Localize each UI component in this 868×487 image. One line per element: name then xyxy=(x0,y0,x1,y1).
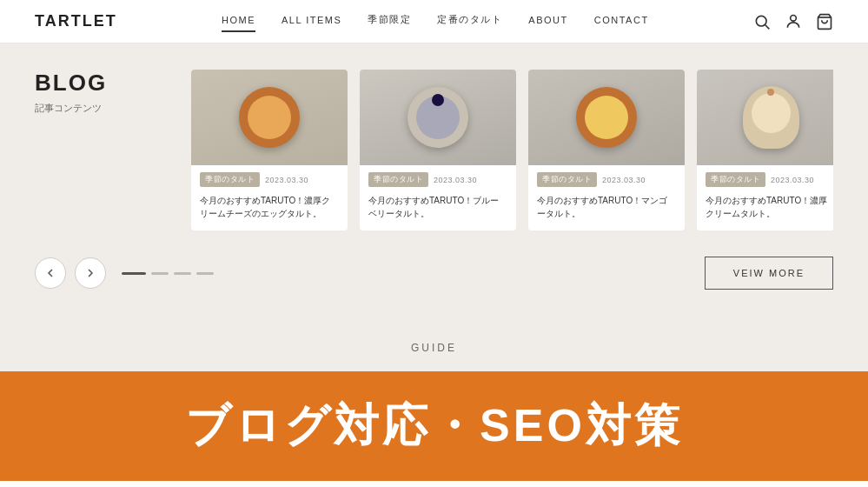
card-meta-4: 季節のタルト 2023.03.30 xyxy=(697,165,833,190)
guide-label: GUIDE xyxy=(0,342,868,354)
view-more-button[interactable]: VEIW MORE xyxy=(705,257,833,290)
main-nav: HOME All ITEMS 季節限定 定番のタルト ABOUT CONTACT xyxy=(222,13,649,30)
dot-3[interactable] xyxy=(174,272,191,275)
orange-banner: ブログ対応・SEO対策 xyxy=(0,371,868,481)
svg-point-0 xyxy=(756,16,766,26)
blog-section: BLOG 記事コンテンツ 季節のタルト 2023.03.30 今月のおすすめTA… xyxy=(0,43,868,316)
header: TARTLET HOME All ITEMS 季節限定 定番のタルト ABOUT… xyxy=(0,0,868,43)
header-icons xyxy=(753,13,833,30)
card-image-3 xyxy=(528,70,685,165)
view-more-area: VEIW MORE xyxy=(705,257,833,290)
blog-card: 季節のタルト 2023.03.30 今月のおすすめTARUTO！濃厚クリームチー… xyxy=(191,70,348,230)
card-date-3: 2023.03.30 xyxy=(602,176,646,184)
blog-card: 季節のタルト 2023.03.30 今月のおすすめTARUTO！濃厚クリームタル… xyxy=(697,70,833,230)
card-tag-1: 季節のタルト xyxy=(200,172,260,187)
dot-1[interactable] xyxy=(122,272,146,275)
nav-contact[interactable]: CONTACT xyxy=(594,15,649,29)
dot-2[interactable] xyxy=(151,272,169,275)
svg-line-1 xyxy=(765,24,770,29)
slider-controls xyxy=(35,257,214,289)
account-icon[interactable] xyxy=(785,13,802,30)
dot-4[interactable] xyxy=(196,272,214,275)
card-date-2: 2023.03.30 xyxy=(434,176,477,184)
search-icon[interactable] xyxy=(753,13,771,30)
slider-dots xyxy=(122,272,214,275)
card-tag-2: 季節のタルト xyxy=(368,172,428,187)
nav-home[interactable]: HOME xyxy=(222,15,255,29)
nav-about[interactable]: ABOUT xyxy=(528,15,567,29)
card-tag-4: 季節のタルト xyxy=(706,172,765,187)
banner-text: ブログ対応・SEO対策 xyxy=(185,396,683,457)
svg-point-2 xyxy=(791,15,797,21)
blog-card: 季節のタルト 2023.03.30 今月のおすすめTARUTO！ブルーベリータル… xyxy=(360,70,516,230)
blog-title: BLOG xyxy=(35,70,174,97)
blog-card: 季節のタルト 2023.03.30 今月のおすすめTARUTO！マンゴータルト。 xyxy=(528,70,685,230)
blog-cards: 季節のタルト 2023.03.30 今月のおすすめTARUTO！濃厚クリームチー… xyxy=(191,70,833,230)
guide-section: GUIDE xyxy=(0,316,868,371)
card-meta-2: 季節のタルト 2023.03.30 xyxy=(360,165,516,190)
card-text-3: 今月のおすすめTARUTO！マンゴータルト。 xyxy=(528,190,685,230)
nav-seasonal[interactable]: 季節限定 xyxy=(368,13,411,30)
logo: TARTLET xyxy=(35,12,117,30)
slider-prev-button[interactable] xyxy=(35,257,66,289)
card-meta-3: 季節のタルト 2023.03.30 xyxy=(528,165,685,190)
card-image-2 xyxy=(360,70,516,165)
card-image-4 xyxy=(697,70,833,165)
card-text-1: 今月のおすすめTARUTO！濃厚クリームチーズのエッグタルト。 xyxy=(191,190,348,230)
blog-subtitle: 記事コンテンツ xyxy=(35,102,174,115)
card-meta-1: 季節のタルト 2023.03.30 xyxy=(191,165,348,190)
nav-classic[interactable]: 定番のタルト xyxy=(437,13,502,30)
card-date-1: 2023.03.30 xyxy=(265,176,308,184)
blog-content-row: BLOG 記事コンテンツ 季節のタルト 2023.03.30 今月のおすすめTA… xyxy=(0,43,868,248)
cart-icon[interactable] xyxy=(816,13,833,30)
card-text-4: 今月のおすすめTARUTO！濃厚クリームタルト。 xyxy=(697,190,833,230)
card-image-1 xyxy=(191,70,348,165)
slider-next-button[interactable] xyxy=(75,257,106,289)
card-text-2: 今月のおすすめTARUTO！ブルーベリータルト。 xyxy=(360,190,516,230)
blog-bottom-row: VEIW MORE xyxy=(0,248,868,316)
blog-header: BLOG 記事コンテンツ xyxy=(35,70,191,230)
card-tag-3: 季節のタルト xyxy=(537,172,597,187)
card-date-4: 2023.03.30 xyxy=(771,176,814,184)
nav-all-items[interactable]: All ITEMS xyxy=(282,15,341,29)
